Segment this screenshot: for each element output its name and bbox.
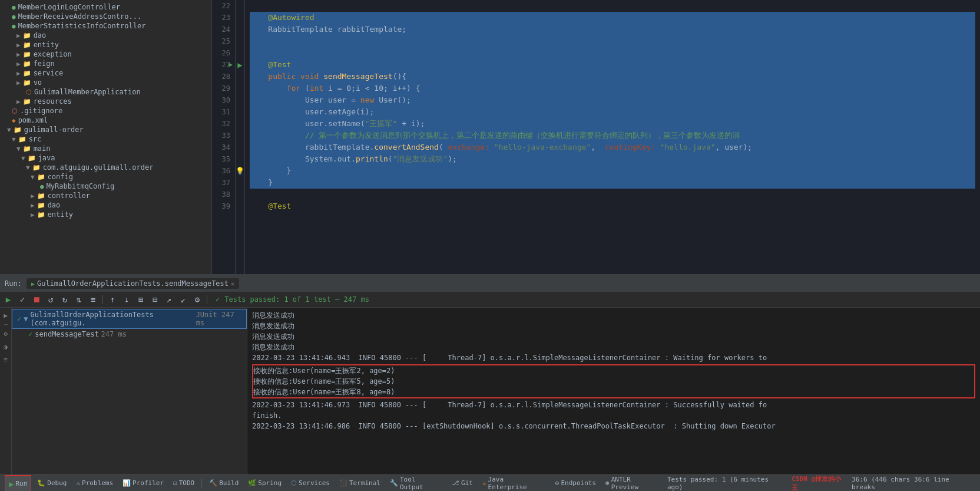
- services-status-item[interactable]: ⬡ Services: [287, 475, 333, 491]
- tree-item-src[interactable]: ▼ 📁 src: [0, 134, 211, 144]
- run-status-item[interactable]: ▶ Run: [5, 475, 31, 491]
- java-enterprise-status-item[interactable]: ☕ Java Enterprise: [479, 475, 549, 491]
- tree-item-entity[interactable]: ▶ 📁 entity: [0, 40, 211, 50]
- run-gutter-icon[interactable]: ▶: [237, 60, 242, 70]
- code-line-23: @Autowired: [250, 12, 975, 24]
- tree-item-feign[interactable]: ▶ 📁 feign: [0, 59, 211, 68]
- antlr-status-item[interactable]: ⊛ ANTLR Preview: [602, 475, 665, 491]
- tree-item-entity2[interactable]: ▶ 📁 entity: [0, 210, 211, 219]
- code-lines[interactable]: @Autowired RabbitTemplate rabbitTemplate…: [245, 0, 980, 274]
- tree-item-dao[interactable]: ▶ 📁 dao: [0, 31, 211, 40]
- tree-item-controller[interactable]: ▶ 📁 controller: [0, 191, 211, 200]
- down-button[interactable]: ↓: [121, 294, 133, 305]
- console-line-6: 接收的信息:User(name=王振军5, age=5): [253, 376, 974, 387]
- spring-status-item[interactable]: 🌿 Spring: [244, 475, 285, 491]
- check-button[interactable]: ✓: [16, 294, 28, 305]
- filter-button[interactable]: ≡: [87, 294, 99, 305]
- collapse-button[interactable]: ⊟: [149, 294, 161, 305]
- folder-icon-4: 📁: [23, 60, 31, 68]
- action-btn-3[interactable]: ◑: [1, 341, 11, 352]
- endpoints-status-item[interactable]: ⊙ Endpoints: [552, 475, 600, 491]
- sort-button[interactable]: ⇅: [73, 294, 85, 305]
- run-label: Run:: [5, 279, 22, 288]
- status-bar: ▶ Run 🐛 Debug ⚠ Problems 📊 Profiler ☑ TO…: [0, 474, 980, 491]
- git-icon: ⬡: [12, 107, 18, 115]
- code-line-31: user.setAge(i);: [250, 106, 975, 118]
- gutter: ▶ 💡: [236, 0, 245, 274]
- tree-item-package[interactable]: ▼ 📁 com.atguigu.gulimall.order: [0, 163, 211, 172]
- tree-item-memberstatistics[interactable]: ● MemberStatisticsInfoController: [0, 21, 211, 31]
- tree-item-gulimall-order[interactable]: ▼ 📁 gulimall-order: [0, 125, 211, 134]
- settings-button[interactable]: ⚙: [191, 294, 203, 305]
- pass-icon: ✓: [216, 295, 220, 304]
- action-btn-4[interactable]: ≡: [1, 354, 11, 365]
- tool-output-status-item[interactable]: 🔧 Tool Output: [386, 475, 446, 491]
- tree-item-memberreceive[interactable]: ● MemberReceiveAddressContro...: [0, 12, 211, 21]
- tree-item-main[interactable]: ▼ 📁 main: [0, 144, 211, 153]
- tree-item-dao2[interactable]: ▶ 📁 dao: [0, 200, 211, 210]
- action-btn-1[interactable]: ▶: [1, 310, 11, 321]
- test-status: ✓ Tests passed: 1 of 1 test – 247 ms: [211, 295, 374, 304]
- action-btn-2[interactable]: ⚙: [1, 328, 11, 339]
- build-status-item[interactable]: 🔨 Build: [206, 475, 242, 491]
- chevron-right-icon-7: ▶: [16, 98, 21, 106]
- bulb-icon[interactable]: 💡: [236, 167, 244, 175]
- console-line-9: finish.: [252, 410, 975, 421]
- chevron-right-icon-10: ▶: [31, 211, 35, 219]
- right-status: Tests passed: 1 (6 minutes ago) CSDN @掉发…: [667, 474, 975, 492]
- tree-item-vo[interactable]: ▶ 📁 vo: [0, 78, 211, 87]
- play-button[interactable]: ▶: [2, 294, 14, 305]
- test-item-suite[interactable]: ✓ ▼ GulimallOrderApplicationTests (com.a…: [12, 309, 247, 329]
- terminal-status-item[interactable]: ⬛ Terminal: [336, 475, 384, 491]
- code-line-27: @Test: [250, 59, 975, 71]
- folder-icon-5: 📁: [23, 70, 31, 77]
- tree-item-resources[interactable]: ▶ 📁 resources: [0, 97, 211, 106]
- tree-item-config[interactable]: ▼ 📁 config: [0, 172, 211, 182]
- code-line-37: }: [250, 177, 975, 189]
- console-line-4: 2022-03-23 13:41:46.943 INFO 45800 --- […: [252, 352, 975, 363]
- rerun-button[interactable]: ↺: [45, 294, 57, 305]
- import-button[interactable]: ↙: [177, 294, 189, 305]
- tree-item-pomxml[interactable]: ◆ pom.xml: [0, 116, 211, 125]
- tree-item-java[interactable]: ▼ 📁 java: [0, 153, 211, 163]
- code-line-26: [250, 47, 975, 59]
- antlr-icon: ⊛: [605, 479, 610, 487]
- up-button[interactable]: ↑: [107, 294, 118, 305]
- console-output[interactable]: 消息发送成功 消息发送成功 消息发送成功 消息发送成功 2022-03-23 1…: [247, 308, 980, 474]
- run-active-tab[interactable]: ▶ GulimallOrderApplicationTests.sendMess…: [27, 278, 239, 289]
- folder-icon-12: 📁: [32, 164, 41, 172]
- debug-status-item[interactable]: 🐛 Debug: [34, 475, 70, 491]
- rerun-failed-button[interactable]: ↻: [59, 294, 71, 305]
- class-icon-4: ●: [40, 183, 44, 190]
- code-line-35: System.out.println("消息发送成功");: [250, 153, 975, 165]
- test-item-method[interactable]: ✓ sendMessageTest 247 ms: [12, 329, 247, 340]
- tree-item-exception[interactable]: ▶ 📁 exception: [0, 50, 211, 59]
- folder-icon-3: 📁: [23, 51, 31, 58]
- export-button[interactable]: ↗: [163, 294, 175, 305]
- tree-item-service[interactable]: ▶ 📁 service: [0, 68, 211, 78]
- todo-status-item[interactable]: ☑ TODO: [170, 475, 198, 491]
- profiler-status-item[interactable]: 📊 Profiler: [119, 475, 167, 491]
- git-status-item[interactable]: ⎇ Git: [448, 475, 476, 491]
- tree-item-myrabbit[interactable]: ● MyRabbitmqConfig: [0, 182, 211, 191]
- stop-button[interactable]: ⏹: [31, 294, 42, 305]
- chevron-down-icon-2: ▼: [12, 136, 16, 143]
- tree-item-memberloginlog[interactable]: ● MemberLoginLogController: [0, 2, 211, 12]
- code-line-39: @Test: [250, 200, 975, 212]
- chevron-right-icon-3: ▶: [16, 51, 21, 58]
- expand-button[interactable]: ⊞: [135, 294, 147, 305]
- test-pass-icon: ✓: [17, 315, 21, 323]
- separator-1: [102, 295, 103, 304]
- close-tab-icon[interactable]: ✕: [231, 281, 234, 287]
- chevron-right-icon-9: ▶: [31, 202, 35, 209]
- run-toolbar: ▶ ✓ ⏹ ↺ ↻ ⇅ ≡ ↑ ↓ ⊞ ⊟ ↗ ↙ ⚙ ✓ Tests pass…: [0, 292, 980, 308]
- chevron-right-icon-8: ▶: [31, 192, 35, 200]
- run-content: ▶ ⚙ ◑ ≡ ✓ ▼ GulimallOrderApplicationTest…: [0, 308, 980, 474]
- code-line-32: user.setName("王振军" + i);: [250, 118, 975, 130]
- test-pass-icon-2: ✓: [28, 330, 32, 338]
- tree-item-gitignore[interactable]: ⬡ .gitignore: [0, 106, 211, 116]
- chevron-down-icon-4: ▼: [21, 154, 25, 162]
- problems-status-item[interactable]: ⚠ Problems: [72, 475, 117, 491]
- console-line-8: 2022-03-23 13:41:46.973 INFO 45800 --- […: [252, 400, 975, 410]
- tree-item-gulimallmember[interactable]: ⬡ GulimallMemberApplication: [0, 87, 211, 97]
